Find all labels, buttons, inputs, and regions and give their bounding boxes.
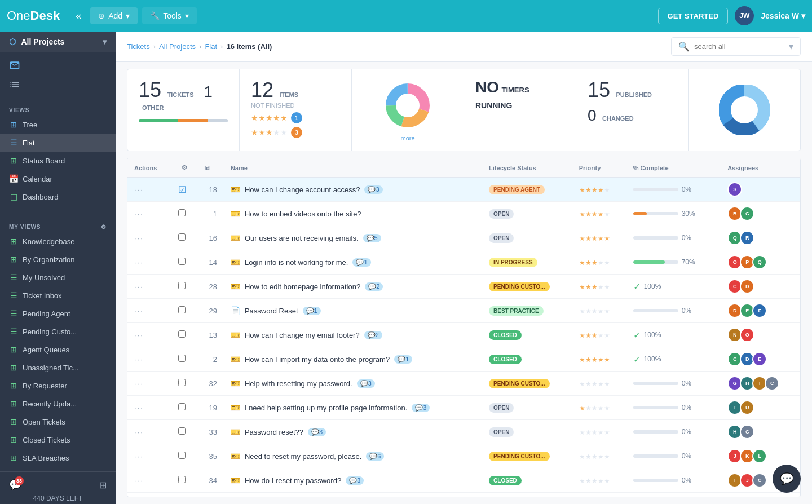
chat-bubble[interactable]: 💬 — [773, 465, 801, 493]
row-checkbox-cell[interactable]: ☑ — [171, 178, 197, 202]
sidebar-item-flat[interactable]: ☰ Flat — [0, 134, 116, 152]
row-actions[interactable]: ··· — [127, 420, 171, 444]
sidebar-item-calendar[interactable]: 📅 Calendar — [0, 170, 116, 188]
grid-view-icon[interactable]: ⊞ — [99, 480, 107, 490]
row-priority-cell: ★★★★★ — [572, 444, 626, 468]
breadcrumb-all-projects[interactable]: All Projects — [159, 42, 196, 51]
complete-check: ✓ — [633, 354, 641, 365]
comment-badge: 💬1 — [303, 307, 321, 315]
row-checkbox-cell[interactable] — [171, 493, 197, 498]
dashboard-icon: ◫ — [9, 192, 18, 201]
sidebar-item-closed-tickets[interactable]: ⊞ Closed Tickets — [0, 431, 116, 449]
ticket-name[interactable]: How can I change my email footer? — [245, 331, 360, 339]
ticket-icon: 🎫 — [231, 379, 240, 388]
row-assignees-cell: HC — [721, 420, 800, 444]
row-actions[interactable]: ··· — [127, 444, 171, 468]
sidebar-item-knowledgebase[interactable]: ⊞ Knowledgebase — [0, 232, 116, 250]
ticket-name[interactable]: I need help setting up my profile page i… — [245, 404, 407, 412]
sidebar-item-unassigned[interactable]: ⊞ Unassigned Tic... — [0, 359, 116, 377]
ticket-name[interactable]: Need to reset my password, please. — [245, 452, 361, 461]
sidebar-footer: 💬 38 ⊞ 440 DAYS LEFT — [0, 471, 116, 504]
ticket-name[interactable]: How do I reset my password? — [245, 476, 341, 485]
sidebar-item-ticket-inbox[interactable]: ☰ Ticket Inbox — [0, 286, 116, 304]
breadcrumb-tickets[interactable]: Tickets — [127, 42, 150, 51]
all-projects-dropdown-icon: ▾ — [103, 37, 107, 46]
table-body: ··· ☑ 18 🎫 How can I change account acce… — [127, 178, 800, 498]
row-checkbox-cell[interactable] — [171, 323, 197, 347]
sidebar-item-open-tickets[interactable]: ⊞ Open Tickets — [0, 413, 116, 431]
row-checkbox-cell[interactable] — [171, 275, 197, 299]
row-status-cell: CLOSED — [482, 347, 572, 372]
sidebar-item-agent-queues[interactable]: ⊞ Agent Queues — [0, 341, 116, 359]
my-views-settings-icon[interactable]: ⚙ — [101, 224, 107, 230]
ticket-name[interactable]: How can I import my data onto the progra… — [245, 355, 390, 364]
row-actions[interactable]: ··· — [127, 372, 171, 396]
user-avatar[interactable]: JW — [735, 6, 754, 25]
row-progress-cell: ✓100% — [626, 347, 721, 372]
ticket-name[interactable]: How to edit homepage information? — [245, 282, 360, 291]
comment-badge: 💬1 — [394, 355, 412, 364]
stat-tickets: 15 TICKETS 1 OTHER — [127, 69, 240, 151]
priority-stars: ★★★★★ — [579, 210, 610, 218]
ticket-name[interactable]: Password reset?? — [245, 428, 303, 436]
row-actions[interactable]: ··· — [127, 275, 171, 299]
row-actions[interactable]: ··· — [127, 323, 171, 347]
row-checkbox-cell[interactable] — [171, 202, 197, 226]
search-input[interactable] — [694, 42, 784, 51]
table-row: ··· 19 🎫 I need help setting up my profi… — [127, 396, 800, 420]
row-checkbox-cell[interactable] — [171, 250, 197, 275]
sidebar-item-tree[interactable]: ⊞ Tree — [0, 116, 116, 134]
sidebar-item-my-unsolved[interactable]: ☰ My Unsolved — [0, 268, 116, 286]
row-actions[interactable]: ··· — [127, 178, 171, 202]
row-actions[interactable]: ··· — [127, 493, 171, 498]
row-assignees-cell: GHIC — [721, 372, 800, 396]
row-progress-cell: 0% — [626, 178, 721, 202]
row-checkbox-cell[interactable] — [171, 420, 197, 444]
tickets-count: 15 — [139, 78, 161, 101]
ticket-name[interactable]: Our users are not receiving emails. — [245, 234, 359, 242]
ticket-name[interactable]: Login info is not working for me. — [245, 258, 348, 267]
notification-button[interactable]: 💬 38 — [9, 479, 21, 491]
user-name[interactable]: Jessica W ▾ — [761, 11, 805, 20]
get-started-button[interactable]: GET STARTED — [658, 8, 729, 24]
row-actions[interactable]: ··· — [127, 226, 171, 250]
more-link[interactable]: more — [400, 135, 414, 142]
row-actions[interactable]: ··· — [127, 250, 171, 275]
status-badge: CLOSED — [489, 330, 522, 340]
sidebar-item-by-requester[interactable]: ⊞ By Requester — [0, 377, 116, 395]
row-checkbox-cell[interactable] — [171, 226, 197, 250]
sla-icon: ⊞ — [9, 453, 18, 462]
sidebar-item-by-organization[interactable]: ⊞ By Organization — [0, 250, 116, 268]
row-actions[interactable]: ··· — [127, 299, 171, 323]
sidebar-item-pending-agent[interactable]: ☰ Pending Agent — [0, 304, 116, 322]
add-button[interactable]: ⊕ Add ▾ — [90, 7, 138, 24]
sidebar-item-pending-cust[interactable]: ☰ Pending Custo... — [0, 322, 116, 341]
breadcrumb-flat[interactable]: Flat — [205, 42, 217, 51]
row-actions[interactable]: ··· — [127, 468, 171, 493]
row-actions[interactable]: ··· — [127, 202, 171, 226]
sidebar-tickets-icon[interactable] — [9, 56, 107, 74]
ticket-name[interactable]: How can I change account access? — [245, 185, 360, 194]
row-checkbox-cell[interactable] — [171, 468, 197, 493]
row-id: 34 — [197, 468, 224, 493]
sidebar-item-dashboard[interactable]: ◫ Dashboard — [0, 188, 116, 206]
ticket-name[interactable]: Password Reset — [245, 307, 298, 315]
col-settings[interactable]: ⚙ — [171, 158, 197, 178]
collapse-sidebar-button[interactable]: « — [71, 8, 86, 24]
row-checkbox-cell[interactable] — [171, 444, 197, 468]
sidebar-item-status-board[interactable]: ⊞ Status Board — [0, 152, 116, 170]
row-checkbox-cell[interactable] — [171, 372, 197, 396]
sidebar-item-recently-updated[interactable]: ⊞ Recently Upda... — [0, 395, 116, 413]
row-checkbox-cell[interactable] — [171, 347, 197, 372]
sidebar-item-sla-breaches[interactable]: ⊞ SLA Breaches — [0, 449, 116, 467]
sidebar-list-icon[interactable] — [9, 76, 107, 94]
ticket-name[interactable]: Help with resetting my password. — [245, 379, 352, 388]
tools-button[interactable]: 🔧 Tools ▾ — [142, 7, 197, 24]
row-checkbox-cell[interactable] — [171, 396, 197, 420]
search-dropdown-icon[interactable]: ▾ — [789, 41, 793, 52]
row-actions[interactable]: ··· — [127, 396, 171, 420]
ticket-name[interactable]: How to embed videos onto the site? — [245, 210, 361, 218]
all-projects-header[interactable]: ⬡ All Projects ▾ — [0, 32, 116, 52]
row-actions[interactable]: ··· — [127, 347, 171, 372]
row-checkbox-cell[interactable] — [171, 299, 197, 323]
